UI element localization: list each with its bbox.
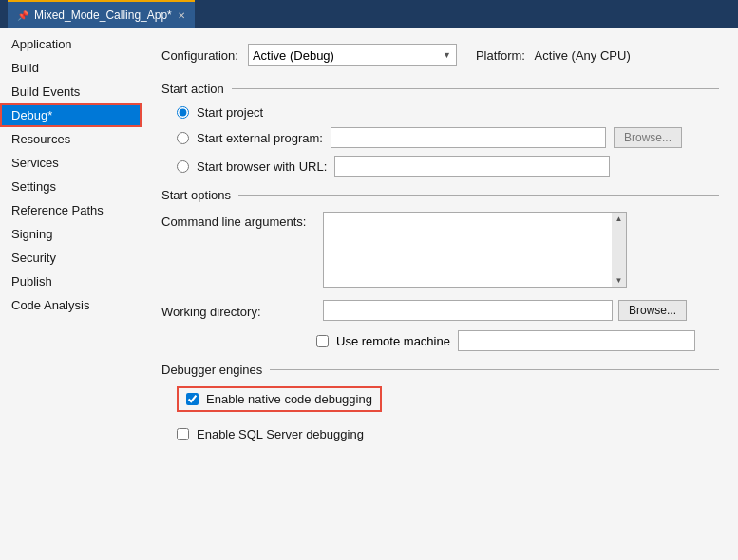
enable-native-checkbox[interactable] xyxy=(186,393,199,405)
remote-machine-label: Use remote machine xyxy=(336,334,450,348)
radio-start-external: Start external program: Browse... xyxy=(177,127,719,148)
configuration-select[interactable]: Active (Debug) xyxy=(248,44,457,66)
start-action-line xyxy=(232,88,719,89)
platform-value: Active (Any CPU) xyxy=(535,48,631,63)
enable-native-label: Enable native code debugging xyxy=(206,392,372,406)
sidebar-item-build-events[interactable]: Build Events xyxy=(0,80,142,103)
sidebar-item-reference-paths[interactable]: Reference Paths xyxy=(0,198,142,222)
platform-label: Platform: Active (Any CPU) xyxy=(476,48,631,63)
cmd-args-label: Command line arguments: xyxy=(161,212,323,229)
sidebar-item-resources[interactable]: Resources xyxy=(0,127,142,151)
sidebar-item-security[interactable]: Security xyxy=(0,246,142,270)
tab-close-button[interactable]: ✕ xyxy=(178,10,185,21)
enable-sql-checkbox[interactable] xyxy=(177,428,189,440)
working-dir-input[interactable] xyxy=(323,300,613,321)
radio-start-browser: Start browser with URL: xyxy=(177,156,719,177)
remote-machine-row: Use remote machine xyxy=(161,330,719,351)
start-options-header: Start options xyxy=(161,188,719,202)
sidebar-item-signing[interactable]: Signing xyxy=(0,222,142,246)
sidebar-item-code-analysis[interactable]: Code Analysis xyxy=(0,293,142,317)
remote-machine-input[interactable] xyxy=(458,330,695,351)
cmd-args-row: Command line arguments: ▲ ▼ xyxy=(161,212,719,290)
configuration-label: Configuration: xyxy=(161,48,238,63)
remote-machine-checkbox[interactable] xyxy=(316,335,329,347)
start-action-title: Start action xyxy=(161,82,224,96)
debugger-engines-line xyxy=(270,369,719,370)
main-container: ApplicationBuildBuild EventsDebug*Resour… xyxy=(0,28,738,560)
configuration-row: Configuration: Active (Debug) Platform: … xyxy=(161,44,719,66)
start-project-label: Start project xyxy=(197,105,263,120)
debugger-engines-header: Debugger engines xyxy=(161,363,719,377)
start-browser-radio[interactable] xyxy=(177,160,189,173)
pin-icon: 📌 xyxy=(17,10,28,21)
title-bar: 📌 Mixed_Mode_Calling_App* ✕ xyxy=(0,0,738,28)
start-external-radio[interactable] xyxy=(177,132,189,144)
sidebar-item-settings[interactable]: Settings xyxy=(0,175,142,198)
start-action-header: Start action xyxy=(161,82,719,96)
start-external-input[interactable] xyxy=(331,127,606,148)
sidebar-item-debug[interactable]: Debug* xyxy=(0,103,142,127)
sidebar-item-build[interactable]: Build xyxy=(0,56,142,80)
content-area: Configuration: Active (Debug) Platform: … xyxy=(142,28,738,560)
configuration-select-wrapper[interactable]: Active (Debug) xyxy=(248,44,457,66)
sidebar-item-publish[interactable]: Publish xyxy=(0,270,142,293)
radio-start-project: Start project xyxy=(177,105,719,120)
working-dir-row: Working directory: Browse... xyxy=(161,300,719,321)
cmd-args-wrapper: ▲ ▼ xyxy=(323,212,627,290)
start-external-label: Start external program: xyxy=(197,131,323,145)
sidebar-item-services[interactable]: Services xyxy=(0,151,142,175)
working-dir-label: Working directory: xyxy=(161,302,323,319)
scroll-up-arrow[interactable]: ▲ xyxy=(614,213,625,225)
scroll-thumb xyxy=(612,225,626,274)
enable-native-row: Enable native code debugging xyxy=(177,386,382,412)
cmd-args-textarea[interactable] xyxy=(323,212,627,288)
sidebar: ApplicationBuildBuild EventsDebug*Resour… xyxy=(0,28,142,560)
start-external-browse-button[interactable]: Browse... xyxy=(614,127,682,148)
sidebar-item-application[interactable]: Application xyxy=(0,32,142,56)
start-project-radio[interactable] xyxy=(177,106,189,119)
cmd-args-scrollbar[interactable]: ▲ ▼ xyxy=(612,212,627,288)
start-browser-label: Start browser with URL: xyxy=(197,159,327,174)
working-dir-browse-button[interactable]: Browse... xyxy=(618,300,687,321)
scroll-down-arrow[interactable]: ▼ xyxy=(614,274,625,287)
start-options-line xyxy=(238,195,719,196)
enable-sql-label: Enable SQL Server debugging xyxy=(197,427,364,441)
start-browser-input[interactable] xyxy=(334,156,610,177)
document-tab[interactable]: 📌 Mixed_Mode_Calling_App* ✕ xyxy=(8,0,195,28)
start-options-title: Start options xyxy=(161,188,231,202)
radio-group: Start project Start external program: Br… xyxy=(177,105,719,177)
enable-sql-row: Enable SQL Server debugging xyxy=(177,427,719,441)
debugger-engines-title: Debugger engines xyxy=(161,363,262,377)
tab-label: Mixed_Mode_Calling_App* xyxy=(34,9,172,22)
